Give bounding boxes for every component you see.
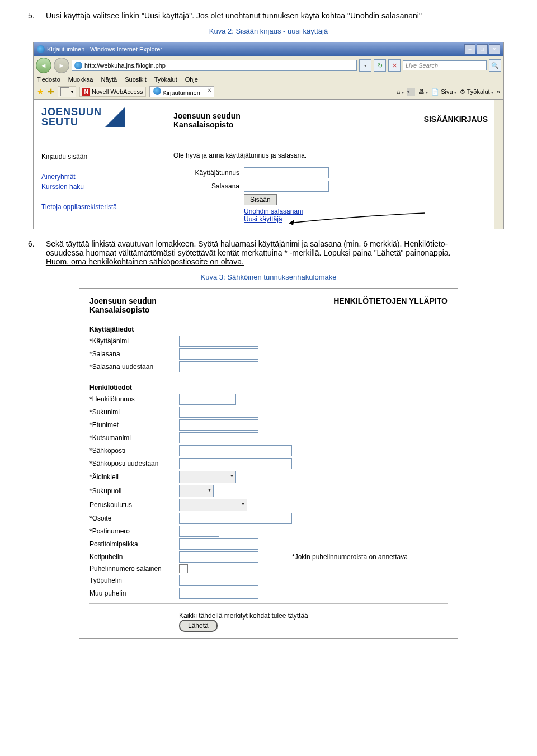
- tab-label: Kirjautuminen: [163, 89, 200, 96]
- label-muupuhelin: Muu puhelin: [90, 589, 179, 597]
- tools-menu[interactable]: Työkalut: [460, 88, 493, 96]
- separator: [90, 603, 447, 604]
- window-titlebar: Kirjautuminen - Windows Internet Explore…: [34, 42, 503, 56]
- input-postinumero[interactable]: [179, 526, 219, 537]
- label-etunimet: *Etunimet: [90, 421, 179, 429]
- menu-nayta[interactable]: Näytä: [101, 76, 117, 83]
- url-text: http://webkuha.jns.fi/login.php: [84, 62, 166, 69]
- label-kayttajanimi: *Käyttäjänimi: [90, 337, 179, 345]
- form-page-title: HENKILÖTIETOJEN YLLÄPITO: [333, 296, 447, 305]
- note-puhelinnumero: *Jokin puhelinnumeroista on annettava: [292, 553, 408, 561]
- tab-close-icon[interactable]: ✕: [207, 87, 211, 93]
- page-content: JOENSUUN SEUTU Joensuun seudun Kansalais…: [34, 100, 503, 229]
- menu-muokkaa[interactable]: Muokkaa: [68, 76, 93, 83]
- list-text-5: Uusi käyttäjä valitsee linkin "Uusi käyt…: [46, 11, 465, 20]
- feeds-button[interactable]: [407, 88, 415, 96]
- label-sukunimi: *Sukunimi: [90, 408, 179, 416]
- input-sahkoposti[interactable]: [179, 445, 292, 456]
- back-button[interactable]: ◄: [36, 58, 51, 73]
- label-sahkoposti-uudestaan: *Sähköposti uudestaan: [90, 460, 179, 467]
- input-kayttajatunnus[interactable]: [244, 167, 329, 178]
- site-heading-line2: Kansalaisopisto: [173, 120, 241, 129]
- menu-suosikit[interactable]: Suosikit: [125, 76, 147, 83]
- url-field[interactable]: http://webkuha.jns.fi/login.php: [72, 60, 357, 71]
- input-sukunimi[interactable]: [179, 407, 258, 418]
- footnote-required: Kaikki tähdellä merkityt kohdat tulee tä…: [179, 612, 308, 620]
- input-sahkoposti-uudestaan[interactable]: [179, 458, 292, 469]
- page-menu[interactable]: Sivu: [431, 88, 456, 96]
- checkbox-puhelin-salainen[interactable]: [179, 564, 188, 573]
- menu-tyokalut[interactable]: Työkalut: [154, 76, 177, 83]
- nav-kirjaudu[interactable]: Kirjaudu sisään: [41, 153, 87, 160]
- page-favicon: [74, 62, 82, 69]
- input-etunimet[interactable]: [179, 419, 258, 431]
- select-peruskoulutus[interactable]: [179, 499, 247, 511]
- search-field[interactable]: Live Search: [403, 60, 487, 70]
- favorites-icon[interactable]: ★: [37, 87, 44, 96]
- nav-aineryhmat[interactable]: Aineryhmät: [41, 172, 117, 182]
- input-tyopuhelin[interactable]: [179, 575, 258, 586]
- login-button[interactable]: Sisään: [244, 194, 277, 205]
- refresh-button[interactable]: ↻: [374, 59, 386, 72]
- novell-icon: N: [82, 88, 90, 96]
- input-muupuhelin[interactable]: [179, 588, 258, 599]
- select-sukupuoli[interactable]: [179, 485, 214, 497]
- forward-button[interactable]: ►: [54, 58, 69, 73]
- close-button[interactable]: ×: [489, 44, 500, 54]
- label-salasana-uudestaan: *Salasana uudestaan: [90, 363, 179, 371]
- stop-button[interactable]: ✕: [388, 59, 401, 72]
- input-salasana[interactable]: [244, 181, 329, 192]
- send-button[interactable]: Lähetä: [179, 620, 218, 632]
- browser-tab[interactable]: Kirjautuminen ✕: [149, 86, 214, 97]
- favorite-novell[interactable]: N Novell WebAccess: [79, 87, 146, 97]
- toolbar-overflow[interactable]: »: [497, 88, 500, 95]
- menu-ohje[interactable]: Ohje: [185, 76, 198, 83]
- input-salasana2[interactable]: [179, 348, 258, 360]
- svg-marker-1: [289, 220, 294, 225]
- input-postitoimipaikka[interactable]: [179, 538, 258, 550]
- section-henkilotiedot: Henkilötiedot: [90, 384, 447, 391]
- page-title: SISÄÄNKIRJAUS: [424, 115, 488, 124]
- label-salasana: Salasana: [173, 182, 244, 190]
- label-peruskoulutus: Peruskoulutus: [90, 501, 179, 509]
- nav-kurssien-haku[interactable]: Kurssien haku: [41, 182, 117, 192]
- screenshot-form: Joensuun seudun Kansalaisopisto HENKILÖT…: [79, 288, 458, 639]
- input-salasana-uudestaan[interactable]: [179, 361, 258, 372]
- select-aidinkieli[interactable]: [179, 471, 236, 483]
- svg-marker-0: [105, 107, 125, 127]
- nav-tietoja[interactable]: Tietoja oppilasrekisteristä: [41, 202, 117, 212]
- label-kayttajatunnus: Käyttäjätunnus: [173, 169, 244, 177]
- quicktabs-button[interactable]: ▾: [58, 86, 76, 97]
- tab-favicon: [153, 87, 161, 95]
- label-salasana2: *Salasana: [90, 350, 179, 358]
- input-henkilotunnus[interactable]: [179, 394, 236, 405]
- section-kayttajatiedot: Käyttäjätiedot: [90, 325, 447, 333]
- window-title: Kirjautuminen - Windows Internet Explore…: [47, 46, 162, 53]
- vertical-scrollbar[interactable]: [494, 100, 503, 229]
- url-dropdown[interactable]: [359, 59, 371, 72]
- list-text-6: Sekä täyttää linkistä avautuvan lomakkee…: [46, 239, 465, 266]
- menu-tiedosto[interactable]: Tiedosto: [37, 76, 60, 83]
- input-kotipuhelin[interactable]: [179, 551, 258, 563]
- input-kayttajanimi[interactable]: [179, 336, 258, 347]
- maximize-button[interactable]: □: [477, 44, 488, 54]
- label-henkilotunnus: *Henkilötunnus: [90, 395, 179, 403]
- site-heading-line1: Joensuun seudun: [173, 111, 241, 120]
- print-button[interactable]: [418, 88, 428, 95]
- search-button[interactable]: 🔍: [489, 59, 501, 72]
- home-button[interactable]: [397, 88, 404, 95]
- logo-triangle-icon: [105, 107, 125, 127]
- side-navigation: Kirjaudu sisään Aineryhmät Kurssien haku…: [41, 152, 117, 212]
- grid-icon: [60, 87, 69, 96]
- list-number-5: 5.: [28, 11, 44, 20]
- input-kutsumanimi[interactable]: [179, 432, 258, 443]
- favorites-bar: ★ ✚ ▾ N Novell WebAccess Kirjautuminen ✕…: [34, 84, 503, 100]
- label-aidinkieli: *Äidinkieli: [90, 473, 179, 481]
- logo-line1: JOENSUUN: [41, 107, 102, 117]
- annotation-arrow: [285, 212, 431, 228]
- minimize-button[interactable]: –: [464, 44, 475, 54]
- add-favorites-icon[interactable]: ✚: [48, 87, 54, 96]
- label-sukupuoli: *Sukupuoli: [90, 487, 179, 495]
- input-osoite[interactable]: [179, 513, 292, 524]
- ie-icon: [37, 45, 45, 53]
